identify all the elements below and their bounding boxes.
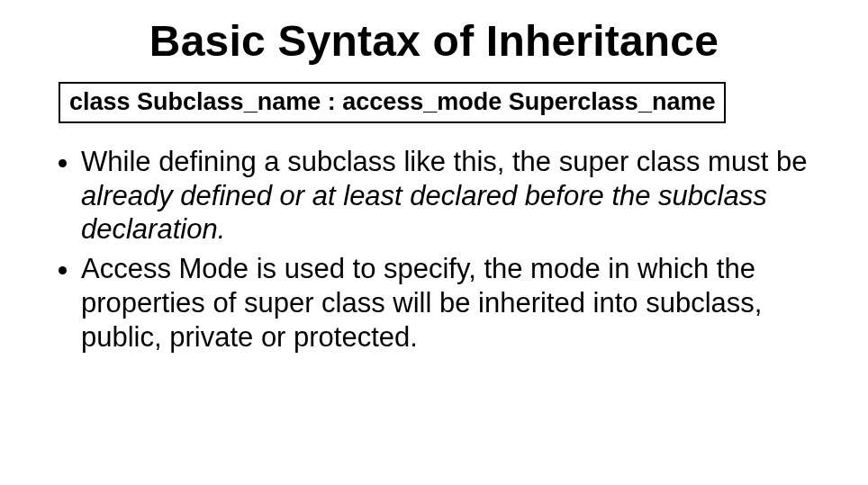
list-item: While defining a subclass like this, the…: [81, 145, 832, 247]
slide: Basic Syntax of Inheritance class Subcla…: [0, 0, 868, 485]
bullet-list: While defining a subclass like this, the…: [36, 145, 832, 355]
bullet-text-pre: While defining a subclass like this, the…: [81, 146, 807, 177]
list-item: Access Mode is used to specify, the mode…: [81, 252, 832, 354]
syntax-box: class Subclass_name : access_mode Superc…: [59, 82, 726, 123]
page-title: Basic Syntax of Inheritance: [36, 16, 832, 66]
bullet-text-italic: already defined or at least declared bef…: [81, 180, 767, 246]
bullet-text-pre: Access Mode is used to specify, the mode…: [81, 253, 762, 353]
